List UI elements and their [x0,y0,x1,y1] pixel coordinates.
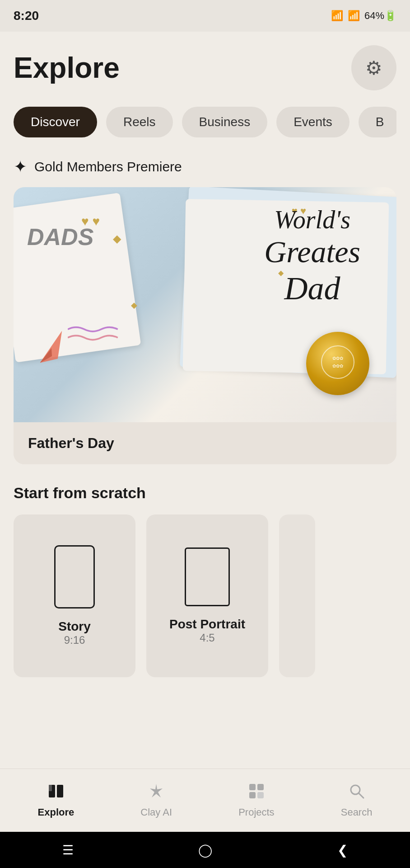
explore-icon [48,783,64,803]
back-button[interactable]: ❮ [337,843,348,858]
tab-events[interactable]: Events [276,107,349,137]
gold-members-section-label: ✦ Gold Members Premiere [14,157,396,176]
hearts-decoration: ♥ ♥ [81,214,100,229]
gold-dot-2: ◆ [131,300,137,310]
svg-rect-7 [49,785,52,791]
svg-text:✿✿✿: ✿✿✿ [332,356,343,361]
svg-rect-6 [57,785,63,797]
scratch-cards-container: Story 9:16 Post Portrait 4:5 [14,514,396,682]
gold-dot-1: ◆ [113,232,121,245]
scratch-card-more[interactable] [279,514,315,677]
svg-point-2 [321,346,354,378]
projects-label: Projects [238,807,274,818]
status-icons: 📶 📶 64%🔋 [331,10,396,22]
fathers-day-card[interactable]: DADS ♥ ♥ ♥ ♥ ◆ ◆ ◆ [14,187,396,464]
svg-rect-9 [257,784,264,790]
wavy-decoration [68,321,122,350]
svg-rect-10 [249,792,256,798]
post-portrait-card-ratio: 4:5 [200,632,214,644]
bottom-nav: Explore Clay AI Projects [0,769,410,832]
settings-button[interactable]: ⚙ [351,45,396,90]
nav-search[interactable]: Search [332,778,382,823]
menu-button[interactable]: ☰ [62,843,74,858]
svg-text:✿✿✿: ✿✿✿ [332,363,343,368]
filter-tabs: Discover Reels Business Events B [14,107,396,137]
svg-rect-8 [249,784,256,790]
explore-label: Explore [38,807,75,818]
main-content: Explore ⚙ Discover Reels Business Events… [0,32,410,769]
story-icon [54,545,95,609]
search-icon [349,783,365,803]
scratch-section-title: Start from scratch [14,484,396,502]
portrait-icon [185,547,230,606]
search-label: Search [341,807,373,818]
gold-seal: ✿✿✿ ✿✿✿ [306,332,369,395]
home-button[interactable]: ◯ [198,843,212,858]
nav-clay-ai[interactable]: Clay AI [131,778,181,823]
scratch-card-post-portrait[interactable]: Post Portrait 4:5 [146,514,268,677]
bluetooth-icon: 📶 [331,10,343,22]
svg-rect-11 [257,792,264,798]
feature-card-image: DADS ♥ ♥ ♥ ♥ ◆ ◆ ◆ [14,187,396,422]
post-portrait-card-name: Post Portrait [169,617,245,632]
tab-discover[interactable]: Discover [14,107,97,137]
wifi-icon: 📶 [348,10,360,22]
page-title: Explore [14,51,120,85]
feature-card-label: Father's Day [14,422,396,464]
header: Explore ⚙ [14,45,396,90]
gold-seal-icon: ✿✿✿ ✿✿✿ [320,344,356,383]
gear-icon: ⚙ [365,57,382,79]
svg-line-13 [359,793,363,798]
nav-explore[interactable]: Explore [29,778,84,823]
clay-ai-icon [148,783,164,803]
nav-projects[interactable]: Projects [229,778,283,823]
story-card-ratio: 9:16 [64,634,85,646]
gold-members-label: Gold Members Premiere [34,159,182,175]
gold-star-icon: ✦ [14,157,27,176]
tab-more[interactable]: B [359,107,396,137]
system-nav-bar: ☰ ◯ ❮ [0,832,410,868]
projects-icon [248,783,265,803]
battery-icon: 64%🔋 [364,10,396,22]
status-bar: 8:20 📶 📶 64%🔋 [0,0,410,32]
tab-business[interactable]: Business [182,107,268,137]
svg-marker-0 [32,331,70,365]
worlds-greatest-dad-text: World's Greates Dad [264,205,360,307]
story-card-name: Story [58,619,91,634]
scratch-card-story[interactable]: Story 9:16 [14,514,135,677]
tab-reels[interactable]: Reels [106,107,173,137]
bottom-nav-wrapper: Explore Clay AI Projects [0,769,410,832]
status-time: 8:20 [14,9,39,23]
clay-ai-label: Clay AI [140,807,172,818]
